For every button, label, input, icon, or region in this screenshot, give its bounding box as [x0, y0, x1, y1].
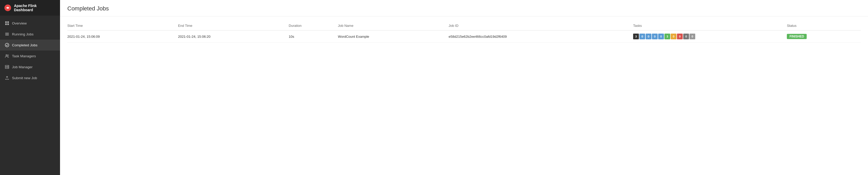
sidebar-item-label: Submit new Job [12, 76, 37, 80]
sidebar-header: Apache Flink Dashboard [0, 0, 60, 15]
svg-rect-3 [5, 24, 7, 25]
col-header-status: Status [787, 22, 861, 31]
sidebar-item-completed-jobs[interactable]: Completed Jobs [0, 40, 60, 50]
svg-point-10 [7, 55, 9, 56]
table-row[interactable]: 2021-01-24, 15:06:092021-01-24, 15:06:20… [67, 31, 861, 43]
svg-point-8 [5, 43, 9, 47]
svg-point-14 [8, 68, 8, 68]
page-header: Completed Jobs [60, 0, 868, 16]
svg-point-9 [6, 55, 7, 56]
grid-icon [5, 21, 9, 26]
sidebar-item-label: Running Jobs [12, 32, 34, 36]
cell-tasks: 3000030000 [633, 31, 787, 43]
upload-icon [5, 75, 9, 80]
task-badge: 0 [646, 34, 651, 39]
sidebar: Apache Flink Dashboard Overview [0, 0, 60, 175]
table-header: Start Time End Time Duration Job Name Jo… [67, 22, 861, 31]
page-title: Completed Jobs [67, 5, 861, 12]
app-title: Apache Flink Dashboard [14, 4, 56, 12]
sidebar-item-overview[interactable]: Overview [0, 18, 60, 29]
col-header-tasks: Tasks [633, 22, 787, 31]
task-badge: 0 [658, 34, 664, 39]
flink-logo [4, 4, 11, 11]
task-badge: 0 [683, 34, 689, 39]
completed-jobs-table: Start Time End Time Duration Job Name Jo… [67, 22, 861, 43]
sidebar-item-label: Job Manager [12, 65, 33, 69]
main-content: Completed Jobs Start Time End Time Durat… [60, 0, 868, 175]
col-header-job-id: Job ID [448, 22, 633, 31]
sidebar-item-label: Task Managers [12, 54, 36, 58]
task-badge: 3 [664, 34, 670, 39]
col-header-end-time: End Time [178, 22, 289, 31]
cell-start-time: 2021-01-24, 15:06:09 [67, 31, 178, 43]
svg-rect-5 [5, 33, 9, 33]
task-badge: 0 [671, 34, 677, 39]
svg-rect-2 [7, 21, 9, 23]
sidebar-item-job-manager[interactable]: Job Manager [0, 62, 60, 72]
svg-rect-4 [7, 24, 9, 25]
svg-point-13 [8, 66, 8, 66]
task-badge: 0 [652, 34, 658, 39]
svg-rect-6 [5, 34, 9, 34]
cell-job-name: WordCount Example [338, 31, 448, 43]
sidebar-item-label: Completed Jobs [12, 43, 38, 47]
task-badge: 3 [633, 34, 639, 39]
sidebar-nav: Overview Running Jobs Completed Jobs [0, 15, 60, 83]
col-header-start-time: Start Time [67, 22, 178, 31]
svg-rect-1 [5, 21, 7, 23]
users-icon [5, 54, 9, 58]
cell-duration: 10s [289, 31, 338, 43]
table-body: 2021-01-24, 15:06:092021-01-24, 15:06:20… [67, 31, 861, 43]
cell-status: FINISHED [787, 31, 861, 43]
task-badge: 0 [677, 34, 683, 39]
check-circle-icon [5, 43, 9, 47]
content-area: Start Time End Time Duration Job Name Jo… [60, 16, 868, 175]
cell-end-time: 2021-01-24, 15:06:20 [178, 31, 289, 43]
cell-job-id: e58d215e62b2ee466cc0afd19d2f6409 [448, 31, 633, 43]
server-icon [5, 65, 9, 69]
sidebar-item-running-jobs[interactable]: Running Jobs [0, 29, 60, 40]
status-badge: FINISHED [787, 34, 807, 39]
col-header-job-name: Job Name [338, 22, 448, 31]
svg-rect-7 [5, 35, 9, 35]
list-icon [5, 32, 9, 36]
sidebar-item-submit-job[interactable]: Submit new Job [0, 72, 60, 83]
col-header-duration: Duration [289, 22, 338, 31]
sidebar-item-label: Overview [12, 21, 27, 25]
sidebar-item-task-managers[interactable]: Task Managers [0, 50, 60, 62]
task-badge: 0 [640, 34, 645, 39]
task-badge: 0 [689, 34, 695, 39]
